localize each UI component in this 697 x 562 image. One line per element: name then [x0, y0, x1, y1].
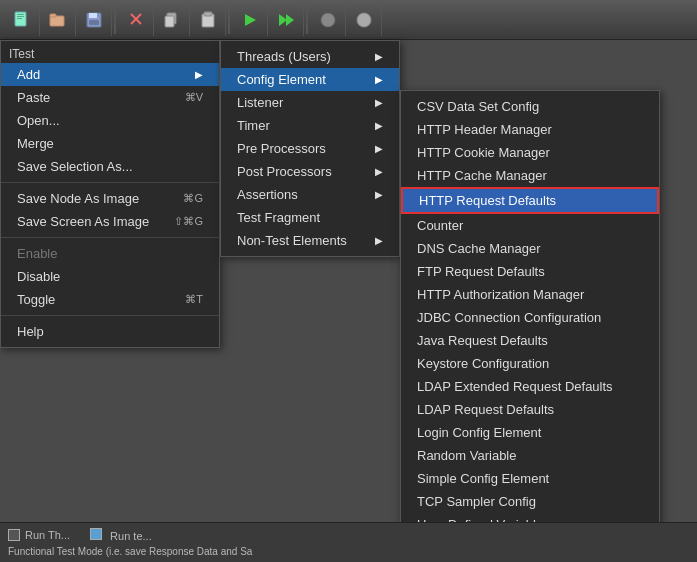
copy-button[interactable]: [154, 4, 190, 36]
menu-item-test-fragment[interactable]: Test Fragment: [221, 206, 399, 229]
menu-item-tcp-sampler[interactable]: TCP Sampler Config: [401, 490, 659, 513]
menu-item-assertions[interactable]: Assertions ▶: [221, 183, 399, 206]
menu-item-ldap-request[interactable]: LDAP Request Defaults: [401, 398, 659, 421]
cut-button[interactable]: [118, 4, 154, 36]
status-line1: Run Th... Run te...: [8, 527, 689, 543]
toolbar: [0, 0, 697, 40]
status-bar: Run Th... Run te... Functional Test Mode…: [0, 522, 697, 562]
svg-rect-7: [89, 13, 97, 18]
svg-rect-1: [17, 14, 24, 15]
non-test-arrow-icon: ▶: [375, 235, 383, 246]
menu-item-config-element[interactable]: Config Element ▶: [221, 68, 399, 91]
pre-arrow-icon: ▶: [375, 143, 383, 154]
timer-arrow-icon: ▶: [375, 120, 383, 131]
status-line2: Functional Test Mode (i.e. save Response…: [8, 543, 689, 559]
separator: [1, 182, 219, 183]
svg-rect-14: [204, 12, 212, 16]
menu-item-save-selection[interactable]: Save Selection As...: [1, 155, 219, 178]
stop-button[interactable]: [310, 4, 346, 36]
listener-arrow-icon: ▶: [375, 97, 383, 108]
threads-arrow-icon: ▶: [375, 51, 383, 62]
menu-item-java-request[interactable]: Java Request Defaults: [401, 329, 659, 352]
config-arrow-icon: ▶: [375, 74, 383, 85]
menu-item-help[interactable]: Help: [1, 320, 219, 343]
menu-item-ftp-request[interactable]: FTP Request Defaults: [401, 260, 659, 283]
svg-rect-2: [17, 16, 24, 17]
menu-item-enable: Enable: [1, 242, 219, 265]
menu-item-non-test[interactable]: Non-Test Elements ▶: [221, 229, 399, 252]
save-button[interactable]: [76, 4, 112, 36]
separator1: [114, 6, 116, 34]
start-no-pauses-button[interactable]: [268, 4, 304, 36]
menu-item-disable[interactable]: Disable: [1, 265, 219, 288]
functional-test-text: Functional Test Mode (i.e. save Response…: [8, 546, 252, 557]
svg-point-18: [321, 13, 335, 27]
menu-item-toggle[interactable]: Toggle ⌘T: [1, 288, 219, 311]
run-threads-checkbox[interactable]: [8, 529, 20, 541]
menu-item-add[interactable]: Add ▶: [1, 63, 219, 86]
svg-marker-15: [245, 14, 256, 26]
menu-item-post-processors[interactable]: Post Processors ▶: [221, 160, 399, 183]
menu-item-merge[interactable]: Merge: [1, 132, 219, 155]
menu-item-threads[interactable]: Threads (Users) ▶: [221, 45, 399, 68]
menu-item-paste[interactable]: Paste ⌘V: [1, 86, 219, 109]
run-test-checkbox-wrapper: Run te...: [90, 528, 152, 542]
menu-item-dns-cache[interactable]: DNS Cache Manager: [401, 237, 659, 260]
run-test-text: Run te...: [110, 530, 152, 542]
menu-item-login-config[interactable]: Login Config Element: [401, 421, 659, 444]
separator2: [228, 6, 230, 34]
separator3: [306, 6, 308, 34]
menu-item-open[interactable]: Open...: [1, 109, 219, 132]
run-threads-text: Run Th...: [25, 529, 70, 541]
post-arrow-icon: ▶: [375, 166, 383, 177]
start-button[interactable]: [232, 4, 268, 36]
svg-rect-12: [165, 16, 174, 27]
menu-item-http-auth[interactable]: HTTP Authorization Manager: [401, 283, 659, 306]
menu-item-ldap-extended[interactable]: LDAP Extended Request Defaults: [401, 375, 659, 398]
menu-item-pre-processors[interactable]: Pre Processors ▶: [221, 137, 399, 160]
menu-item-counter[interactable]: Counter: [401, 214, 659, 237]
menu-item-save-screen[interactable]: Save Screen As Image ⇧⌘G: [1, 210, 219, 233]
svg-rect-5: [50, 14, 56, 17]
assertions-arrow-icon: ▶: [375, 189, 383, 200]
svg-rect-3: [17, 18, 22, 19]
menu-item-keystore[interactable]: Keystore Configuration: [401, 352, 659, 375]
menu-item-http-header[interactable]: HTTP Header Manager: [401, 118, 659, 141]
svg-marker-17: [286, 14, 294, 26]
run-test-checkbox[interactable]: [90, 528, 102, 540]
svg-rect-8: [89, 20, 99, 25]
menu-item-timer[interactable]: Timer ▶: [221, 114, 399, 137]
itest-tab-label: ITest: [1, 45, 219, 63]
menu-item-jdbc[interactable]: JDBC Connection Configuration: [401, 306, 659, 329]
menu-item-listener[interactable]: Listener ▶: [221, 91, 399, 114]
shutdown-button[interactable]: [346, 4, 382, 36]
menu-item-http-cookie[interactable]: HTTP Cookie Manager: [401, 141, 659, 164]
menu-item-csv-data[interactable]: CSV Data Set Config: [401, 95, 659, 118]
svg-point-19: [357, 13, 371, 27]
separator2: [1, 237, 219, 238]
paste-button[interactable]: [190, 4, 226, 36]
menu-item-random-variable[interactable]: Random Variable: [401, 444, 659, 467]
separator3: [1, 315, 219, 316]
menu-level3: CSV Data Set Config HTTP Header Manager …: [400, 90, 660, 541]
menu-item-http-request-defaults[interactable]: HTTP Request Defaults: [401, 187, 659, 214]
menu-item-save-node[interactable]: Save Node As Image ⌘G: [1, 187, 219, 210]
menu-item-http-cache[interactable]: HTTP Cache Manager: [401, 164, 659, 187]
menu-level2: Threads (Users) ▶ Config Element ▶ Liste…: [220, 40, 400, 257]
menu-item-simple-config[interactable]: Simple Config Element: [401, 467, 659, 490]
new-button[interactable]: [4, 4, 40, 36]
menu-level1: ITest Add ▶ Paste ⌘V Open... Merge Save …: [0, 40, 220, 348]
content-area: ITest Add ▶ Paste ⌘V Open... Merge Save …: [0, 40, 697, 562]
svg-marker-16: [279, 14, 287, 26]
arrow-icon: ▶: [195, 69, 203, 80]
open-button[interactable]: [40, 4, 76, 36]
